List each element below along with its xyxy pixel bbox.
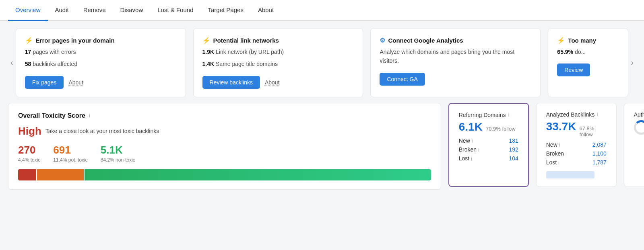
toxicity-numbers: 270 4.4% toxic 691 11.4% pot. toxic 5.1K… [18, 144, 431, 163]
referring-broken-info-icon[interactable]: i [478, 147, 479, 153]
card-link-networks: ⚡ Potential link networks 1.9K Link netw… [193, 28, 363, 97]
tox-num-green: 5.1K 84.2% non-toxic [101, 144, 135, 163]
analyzed-backlinks-info-icon[interactable]: i [597, 111, 598, 117]
nav-lost-found[interactable]: Lost & Found [150, 0, 200, 21]
referring-domains-info-icon[interactable]: i [508, 112, 509, 118]
referring-domains-rows: New i 181 Broken i 192 Lost i 104 [459, 137, 518, 162]
carousel-next-button[interactable]: › [628, 58, 636, 67]
toxicity-card: Overall Toxicity Score i High Take a clo… [8, 103, 441, 190]
cards-section: ‹ ⚡ Error pages in your domain 17 pages … [0, 21, 644, 103]
tox-num-orange: 691 11.4% pot. toxic [53, 144, 87, 163]
card-link-about-link[interactable]: About [265, 79, 280, 86]
authority-score-box: Authority Score i 52 [624, 103, 644, 187]
bolt-icon-4: ⚡ [557, 37, 565, 44]
referring-domains-row-lost: Lost i 104 [459, 155, 518, 162]
toxicity-description: Take a close look at your most toxic bac… [45, 128, 159, 134]
toxicity-bar [18, 169, 431, 180]
right-row: Referring Domains i 6.1K 70.9% follow Ne… [448, 103, 636, 187]
nav-disavow[interactable]: Disavow [113, 0, 151, 21]
nav-about[interactable]: About [251, 0, 281, 21]
authority-donut-chart [634, 120, 644, 135]
authority-score-label: Authority Score i [634, 111, 644, 118]
cards-wrapper: ⚡ Error pages in your domain 17 pages wi… [16, 28, 629, 97]
card-ga-actions: Connect GA [380, 73, 531, 86]
referring-domains-row-new: New i 181 [459, 137, 518, 144]
referring-broken-val: 192 [509, 146, 518, 153]
analyzed-backlinks-follow: 67.8% follow [579, 125, 606, 137]
referring-domains-box: Referring Domains i 6.1K 70.9% follow Ne… [448, 103, 529, 187]
tox-num-red: 270 4.4% toxic [18, 144, 40, 163]
card-error-pages: ⚡ Error pages in your domain 17 pages wi… [16, 28, 186, 97]
card-error-actions: Fix pages About [25, 76, 177, 89]
authority-score-value: 52 [634, 120, 644, 135]
referring-new-val: 181 [509, 137, 518, 144]
analyzed-broken-info-icon[interactable]: i [566, 151, 567, 157]
card-toomany-actions: Review [557, 64, 619, 76]
referring-domains-label: Referring Domains i [459, 112, 518, 118]
card-error-about-link[interactable]: About [68, 79, 83, 86]
tox-val-red: 270 [18, 144, 40, 156]
review-backlinks-button[interactable]: Review backlinks [202, 76, 260, 89]
bolt-icon-2: ⚡ [202, 37, 211, 44]
fix-pages-button[interactable]: Fix pages [25, 76, 64, 89]
analyzed-backlinks-rows: New i 2,087 Broken i 1,100 Lost i 1,787 [546, 141, 607, 166]
card-connect-ga: ⚙ Connect Google Analytics Analyze which… [370, 28, 541, 97]
card-link-actions: Review backlinks About [202, 76, 354, 89]
tox-label-green: 84.2% non-toxic [101, 157, 135, 163]
bottom-section: Overall Toxicity Score i High Take a clo… [0, 103, 644, 198]
card-link-stat-2: 1.4K Same page title domains [202, 59, 354, 68]
referring-lost-info-icon[interactable]: i [471, 156, 472, 162]
analyzed-new-info-icon[interactable]: i [559, 142, 560, 148]
analyzed-bar [546, 171, 594, 178]
card-toomany-stat: 65.9% do... [557, 47, 619, 56]
toxicity-title: Overall Toxicity Score i [18, 112, 431, 119]
analyzed-backlinks-value: 33.7K 67.8% follow [546, 120, 607, 137]
tox-label-red: 4.4% toxic [18, 157, 40, 163]
main-nav: Overview Audit Remove Disavow Lost & Fou… [0, 0, 644, 21]
toxicity-level-value: High [18, 125, 41, 137]
analyzed-row-broken: Broken i 1,100 [546, 150, 607, 157]
card-error-stat-1: 17 pages with errors [25, 47, 177, 56]
analyzed-backlinks-label: Analyzed Backlinks i [546, 111, 607, 118]
tox-val-green: 5.1K [101, 144, 135, 156]
right-col: Referring Domains i 6.1K 70.9% follow Ne… [448, 103, 636, 190]
tox-bar-orange [37, 169, 84, 180]
card-ga-title: ⚙ Connect Google Analytics [380, 37, 531, 44]
card-error-title: ⚡ Error pages in your domain [25, 37, 177, 44]
toxicity-level: High Take a close look at your most toxi… [18, 125, 431, 137]
review-button[interactable]: Review [557, 64, 590, 76]
carousel-prev-button[interactable]: ‹ [8, 58, 16, 67]
analyzed-row-lost: Lost i 1,787 [546, 159, 607, 166]
analyzed-backlinks-box: Analyzed Backlinks i 33.7K 67.8% follow … [536, 103, 617, 187]
card-too-many: ⚡ Too many 65.9% do... Review [548, 28, 628, 97]
card-ga-stat: Analyze which domains and pages bring yo… [380, 47, 531, 66]
analyzed-row-new: New i 2,087 [546, 141, 607, 148]
toxicity-info-icon[interactable]: i [89, 113, 90, 119]
card-error-stat-2: 58 backlinks affected [25, 59, 177, 68]
referring-lost-val: 104 [509, 155, 518, 162]
referring-domains-value: 6.1K 70.9% follow [459, 121, 518, 133]
analyzed-broken-val: 1,100 [592, 150, 607, 157]
tox-bar-red [18, 169, 36, 180]
analyzed-new-val: 2,087 [592, 141, 607, 148]
analyzed-lost-info-icon[interactable]: i [558, 160, 559, 166]
card-link-title: ⚡ Potential link networks [202, 37, 354, 44]
analyzed-lost-val: 1,787 [592, 159, 607, 166]
referring-new-info-icon[interactable]: i [472, 138, 473, 144]
gear-icon: ⚙ [380, 37, 385, 44]
connect-ga-button[interactable]: Connect GA [380, 73, 425, 86]
referring-domains-follow: 70.9% follow [486, 126, 516, 132]
tox-label-orange: 11.4% pot. toxic [53, 157, 87, 163]
nav-overview[interactable]: Overview [8, 0, 48, 21]
tox-bar-green [85, 169, 431, 180]
tox-val-orange: 691 [53, 144, 87, 156]
bolt-icon-1: ⚡ [25, 37, 33, 44]
nav-remove[interactable]: Remove [76, 0, 113, 21]
card-toomany-title: ⚡ Too many [557, 37, 619, 44]
referring-domains-row-broken: Broken i 192 [459, 146, 518, 153]
nav-audit[interactable]: Audit [48, 0, 76, 21]
card-link-stat-1: 1.9K Link network (by URL path) [202, 47, 354, 56]
nav-target-pages[interactable]: Target Pages [201, 0, 251, 21]
